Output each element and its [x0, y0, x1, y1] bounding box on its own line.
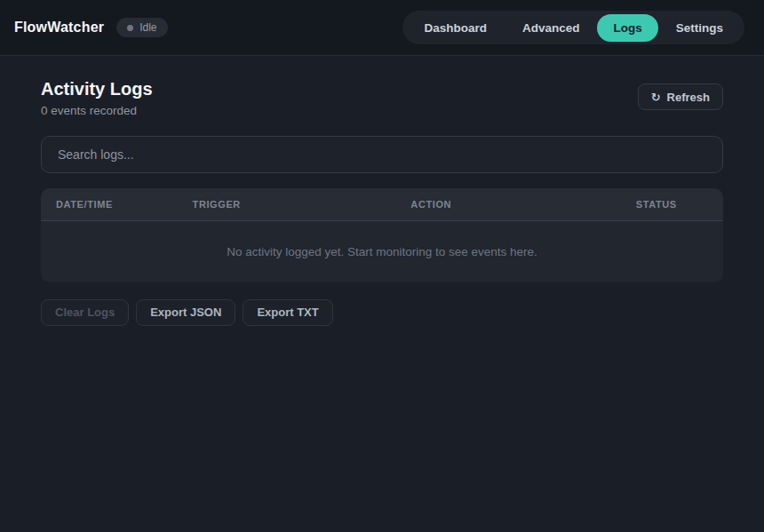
empty-state-row: No activity logged yet. Start monitoring…	[41, 220, 723, 282]
clear-logs-button[interactable]: Clear Logs	[41, 299, 129, 326]
main-nav: Dashboard Advanced Logs Settings	[402, 11, 744, 44]
nav-item-advanced[interactable]: Advanced	[505, 14, 598, 42]
nav-item-logs[interactable]: Logs	[597, 14, 657, 42]
empty-state-message: No activity logged yet. Start monitoring…	[41, 220, 723, 282]
column-header-trigger: TRIGGER	[178, 188, 396, 220]
column-header-datetime: DATE/TIME	[41, 188, 178, 220]
nav-item-settings[interactable]: Settings	[658, 14, 741, 42]
page-head: Activity Logs 0 events recorded ↻ Refres…	[41, 79, 723, 117]
page-title: Activity Logs	[41, 79, 153, 99]
page-head-text: Activity Logs 0 events recorded	[41, 79, 153, 117]
status-badge: Idle	[116, 18, 167, 37]
main-content: Activity Logs 0 events recorded ↻ Refres…	[0, 56, 764, 326]
logs-table: DATE/TIME TRIGGER ACTION STATUS No activ…	[41, 188, 723, 282]
app-title: FlowWatcher	[14, 20, 104, 36]
app-header: FlowWatcher Idle Dashboard Advanced Logs…	[0, 0, 764, 56]
refresh-label: Refresh	[667, 91, 710, 104]
column-header-status: STATUS	[621, 188, 723, 220]
log-actions: Clear Logs Export JSON Export TXT	[41, 299, 723, 326]
refresh-icon: ↻	[651, 91, 661, 104]
column-header-action: ACTION	[395, 188, 620, 220]
nav-item-dashboard[interactable]: Dashboard	[406, 14, 505, 42]
status-label: Idle	[139, 21, 156, 34]
status-dot-icon	[127, 25, 133, 31]
refresh-button[interactable]: ↻ Refresh	[638, 83, 723, 110]
search-input[interactable]	[41, 136, 723, 173]
table-header-row: DATE/TIME TRIGGER ACTION STATUS	[41, 188, 723, 220]
export-json-button[interactable]: Export JSON	[136, 299, 235, 326]
export-txt-button[interactable]: Export TXT	[243, 299, 332, 326]
events-count: 0 events recorded	[41, 104, 153, 117]
